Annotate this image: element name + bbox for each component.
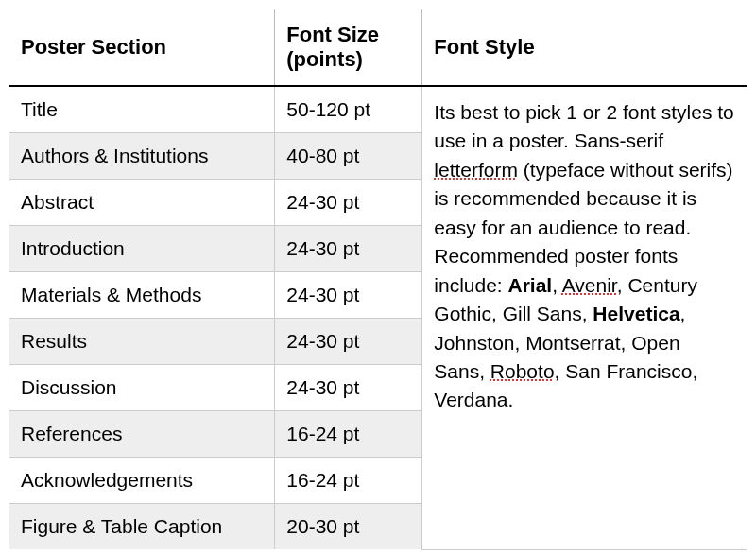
cell-size: 24-30 pt xyxy=(275,319,422,365)
table-header-row: Poster Section Font Size (points) Font S… xyxy=(9,9,747,86)
cell-size: 24-30 pt xyxy=(275,180,422,226)
cell-section: Acknowledgements xyxy=(9,458,275,504)
cell-section: Introduction xyxy=(9,226,275,272)
style-sep: , xyxy=(552,274,562,296)
cell-size: 24-30 pt xyxy=(275,272,422,319)
font-name-arial: Arial xyxy=(508,274,553,296)
font-name-helvetica: Helvetica xyxy=(593,303,679,324)
cell-size: 40-80 pt xyxy=(275,133,422,180)
header-font-size: Font Size (points) xyxy=(275,9,422,86)
table-row: Title 50-120 pt Its best to pick 1 or 2 … xyxy=(9,86,747,133)
cell-size: 24-30 pt xyxy=(275,226,422,272)
cell-section: References xyxy=(9,411,275,458)
cell-size: 50-120 pt xyxy=(275,86,422,133)
cell-section: Discussion xyxy=(9,365,275,411)
cell-section: Figure & Table Caption xyxy=(9,504,275,550)
cell-size: 16-24 pt xyxy=(275,411,422,458)
font-name-avenir: Avenir xyxy=(562,274,617,296)
cell-size: 20-30 pt xyxy=(275,504,422,550)
cell-size: 24-30 pt xyxy=(275,365,422,411)
header-font-style: Font Style xyxy=(422,9,747,86)
header-poster-section: Poster Section xyxy=(9,9,275,86)
cell-section: Authors & Institutions xyxy=(9,133,275,180)
cell-section: Abstract xyxy=(9,180,275,226)
font-guidelines-table: Poster Section Font Size (points) Font S… xyxy=(9,9,747,550)
cell-section: Materials & Methods xyxy=(9,272,275,319)
font-name-roboto: Roboto xyxy=(490,360,555,382)
style-text: Its best to pick 1 or 2 font styles to u… xyxy=(434,101,733,151)
cell-section: Title xyxy=(9,86,275,133)
cell-font-style-description: Its best to pick 1 or 2 font styles to u… xyxy=(422,86,747,549)
style-text-spell: letterform xyxy=(434,159,518,181)
cell-section: Results xyxy=(9,319,275,365)
cell-size: 16-24 pt xyxy=(275,458,422,504)
